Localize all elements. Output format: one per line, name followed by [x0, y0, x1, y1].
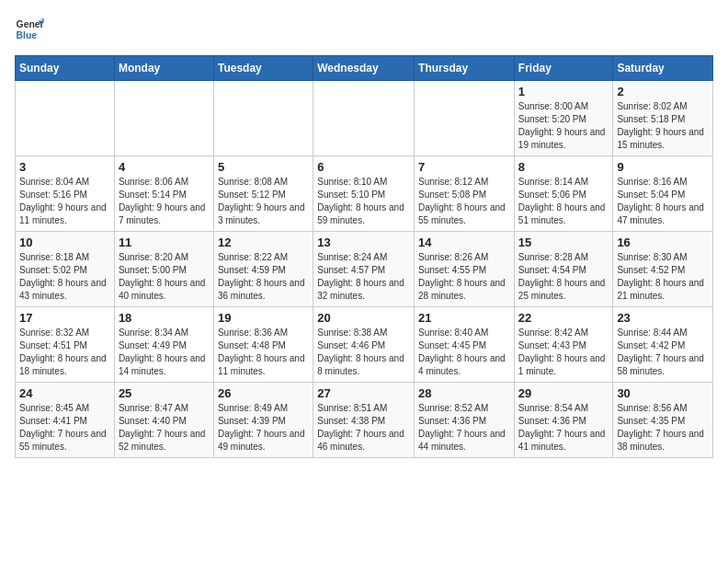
day-info: Sunrise: 8:40 AM Sunset: 4:45 PM Dayligh… — [418, 327, 510, 378]
day-number: 6 — [317, 160, 410, 174]
day-info: Sunrise: 8:34 AM Sunset: 4:49 PM Dayligh… — [119, 327, 210, 378]
calendar-cell: 18Sunrise: 8:34 AM Sunset: 4:49 PM Dayli… — [114, 307, 213, 383]
day-number: 5 — [218, 160, 309, 174]
day-number: 22 — [518, 311, 609, 325]
calendar-cell: 9Sunrise: 8:16 AM Sunset: 5:04 PM Daylig… — [613, 156, 713, 232]
header: General Blue — [15, 15, 713, 44]
day-number: 15 — [518, 236, 609, 249]
day-number: 19 — [218, 311, 309, 325]
calendar-cell — [16, 81, 115, 156]
header-wednesday: Wednesday — [313, 56, 415, 81]
day-info: Sunrise: 8:49 AM Sunset: 4:39 PM Dayligh… — [218, 402, 309, 454]
day-number: 2 — [617, 85, 709, 98]
calendar-cell: 6Sunrise: 8:10 AM Sunset: 5:10 PM Daylig… — [313, 156, 415, 232]
header-saturday: Saturday — [613, 56, 713, 81]
day-number: 12 — [218, 236, 309, 249]
day-info: Sunrise: 8:18 AM Sunset: 5:02 PM Dayligh… — [19, 251, 110, 303]
day-number: 24 — [19, 386, 110, 400]
calendar-cell: 28Sunrise: 8:52 AM Sunset: 4:36 PM Dayli… — [415, 383, 515, 458]
calendar-cell: 3Sunrise: 8:04 AM Sunset: 5:16 PM Daylig… — [16, 156, 115, 232]
header-sunday: Sunday — [16, 56, 115, 81]
day-info: Sunrise: 8:42 AM Sunset: 4:43 PM Dayligh… — [518, 327, 609, 378]
calendar-cell: 22Sunrise: 8:42 AM Sunset: 4:43 PM Dayli… — [514, 307, 613, 383]
day-number: 17 — [19, 311, 110, 325]
calendar-cell — [313, 81, 415, 156]
calendar-week-4: 17Sunrise: 8:32 AM Sunset: 4:51 PM Dayli… — [16, 307, 713, 383]
calendar-week-2: 3Sunrise: 8:04 AM Sunset: 5:16 PM Daylig… — [16, 156, 713, 232]
logo: General Blue — [15, 15, 44, 44]
day-number: 20 — [317, 311, 410, 325]
day-number: 21 — [418, 311, 510, 325]
calendar-cell — [114, 81, 213, 156]
calendar-cell: 27Sunrise: 8:51 AM Sunset: 4:38 PM Dayli… — [313, 383, 415, 458]
calendar-cell: 7Sunrise: 8:12 AM Sunset: 5:08 PM Daylig… — [415, 156, 515, 232]
calendar-cell: 10Sunrise: 8:18 AM Sunset: 5:02 PM Dayli… — [16, 232, 115, 307]
calendar-cell: 29Sunrise: 8:54 AM Sunset: 4:36 PM Dayli… — [514, 383, 613, 458]
day-number: 14 — [418, 236, 510, 249]
calendar-cell — [415, 81, 515, 156]
day-number: 27 — [317, 386, 410, 400]
day-number: 13 — [317, 236, 410, 249]
logo-icon: General Blue — [15, 15, 44, 44]
day-number: 23 — [617, 311, 709, 325]
day-info: Sunrise: 8:44 AM Sunset: 4:42 PM Dayligh… — [617, 327, 709, 378]
day-info: Sunrise: 8:56 AM Sunset: 4:35 PM Dayligh… — [617, 402, 709, 454]
calendar-cell: 12Sunrise: 8:22 AM Sunset: 4:59 PM Dayli… — [213, 232, 313, 307]
calendar-table: SundayMondayTuesdayWednesdayThursdayFrid… — [15, 55, 713, 458]
header-friday: Friday — [514, 56, 613, 81]
day-info: Sunrise: 8:26 AM Sunset: 4:55 PM Dayligh… — [418, 251, 510, 303]
day-number: 3 — [19, 160, 110, 174]
calendar-header-row: SundayMondayTuesdayWednesdayThursdayFrid… — [16, 56, 713, 81]
day-number: 10 — [19, 236, 110, 249]
calendar-cell: 16Sunrise: 8:30 AM Sunset: 4:52 PM Dayli… — [613, 232, 713, 307]
day-number: 18 — [119, 311, 210, 325]
calendar-cell: 1Sunrise: 8:00 AM Sunset: 5:20 PM Daylig… — [514, 81, 613, 156]
calendar-cell — [213, 81, 313, 156]
calendar-cell: 11Sunrise: 8:20 AM Sunset: 5:00 PM Dayli… — [114, 232, 213, 307]
header-tuesday: Tuesday — [213, 56, 313, 81]
day-info: Sunrise: 8:08 AM Sunset: 5:12 PM Dayligh… — [218, 176, 309, 227]
calendar-cell: 2Sunrise: 8:02 AM Sunset: 5:18 PM Daylig… — [613, 81, 713, 156]
header-monday: Monday — [114, 56, 213, 81]
day-info: Sunrise: 8:04 AM Sunset: 5:16 PM Dayligh… — [19, 176, 110, 227]
day-info: Sunrise: 8:47 AM Sunset: 4:40 PM Dayligh… — [119, 402, 210, 454]
day-info: Sunrise: 8:14 AM Sunset: 5:06 PM Dayligh… — [518, 176, 609, 227]
calendar-cell: 5Sunrise: 8:08 AM Sunset: 5:12 PM Daylig… — [213, 156, 313, 232]
day-info: Sunrise: 8:00 AM Sunset: 5:20 PM Dayligh… — [518, 100, 609, 152]
day-info: Sunrise: 8:22 AM Sunset: 4:59 PM Dayligh… — [218, 251, 309, 303]
calendar-cell: 19Sunrise: 8:36 AM Sunset: 4:48 PM Dayli… — [213, 307, 313, 383]
day-info: Sunrise: 8:51 AM Sunset: 4:38 PM Dayligh… — [317, 402, 410, 454]
calendar-cell: 4Sunrise: 8:06 AM Sunset: 5:14 PM Daylig… — [114, 156, 213, 232]
header-thursday: Thursday — [415, 56, 515, 81]
day-info: Sunrise: 8:20 AM Sunset: 5:00 PM Dayligh… — [119, 251, 210, 303]
day-number: 30 — [617, 386, 709, 400]
day-info: Sunrise: 8:36 AM Sunset: 4:48 PM Dayligh… — [218, 327, 309, 378]
day-info: Sunrise: 8:10 AM Sunset: 5:10 PM Dayligh… — [317, 176, 410, 227]
day-info: Sunrise: 8:06 AM Sunset: 5:14 PM Dayligh… — [119, 176, 210, 227]
calendar-cell: 15Sunrise: 8:28 AM Sunset: 4:54 PM Dayli… — [514, 232, 613, 307]
calendar-cell: 30Sunrise: 8:56 AM Sunset: 4:35 PM Dayli… — [613, 383, 713, 458]
day-number: 1 — [518, 85, 609, 98]
day-info: Sunrise: 8:30 AM Sunset: 4:52 PM Dayligh… — [617, 251, 709, 303]
day-info: Sunrise: 8:12 AM Sunset: 5:08 PM Dayligh… — [418, 176, 510, 227]
day-number: 25 — [119, 386, 210, 400]
calendar-week-3: 10Sunrise: 8:18 AM Sunset: 5:02 PM Dayli… — [16, 232, 713, 307]
day-info: Sunrise: 8:28 AM Sunset: 4:54 PM Dayligh… — [518, 251, 609, 303]
day-number: 11 — [119, 236, 210, 249]
calendar-cell: 25Sunrise: 8:47 AM Sunset: 4:40 PM Dayli… — [114, 383, 213, 458]
calendar-cell: 24Sunrise: 8:45 AM Sunset: 4:41 PM Dayli… — [16, 383, 115, 458]
day-info: Sunrise: 8:38 AM Sunset: 4:46 PM Dayligh… — [317, 327, 410, 378]
calendar-week-1: 1Sunrise: 8:00 AM Sunset: 5:20 PM Daylig… — [16, 81, 713, 156]
calendar-cell: 26Sunrise: 8:49 AM Sunset: 4:39 PM Dayli… — [213, 383, 313, 458]
day-info: Sunrise: 8:32 AM Sunset: 4:51 PM Dayligh… — [19, 327, 110, 378]
day-info: Sunrise: 8:02 AM Sunset: 5:18 PM Dayligh… — [617, 100, 709, 152]
day-number: 7 — [418, 160, 510, 174]
day-info: Sunrise: 8:52 AM Sunset: 4:36 PM Dayligh… — [418, 402, 510, 454]
calendar-cell: 20Sunrise: 8:38 AM Sunset: 4:46 PM Dayli… — [313, 307, 415, 383]
day-number: 4 — [119, 160, 210, 174]
day-info: Sunrise: 8:54 AM Sunset: 4:36 PM Dayligh… — [518, 402, 609, 454]
day-number: 9 — [617, 160, 709, 174]
svg-text:Blue: Blue — [17, 30, 38, 40]
calendar-cell: 13Sunrise: 8:24 AM Sunset: 4:57 PM Dayli… — [313, 232, 415, 307]
day-number: 29 — [518, 386, 609, 400]
